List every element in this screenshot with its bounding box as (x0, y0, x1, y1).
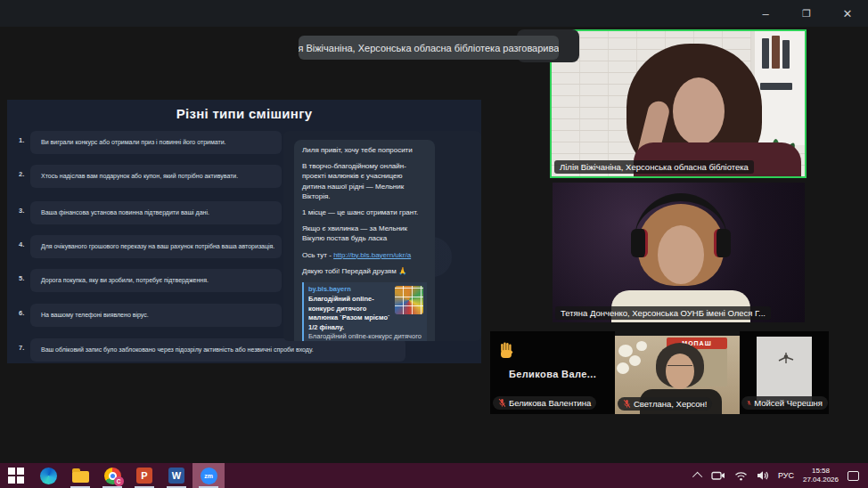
participant-face (666, 354, 694, 389)
link-preview-thumbnail (395, 286, 423, 314)
webcam-tray-icon[interactable] (711, 470, 725, 481)
video-tile-svitlana[interactable]: МОПАШ Светлана, Херсон! (615, 336, 740, 414)
flowers (636, 341, 647, 351)
item-text: Для очікуваного грошового переказу на ва… (30, 235, 282, 258)
participant-name-label: Беликова Валентина (493, 396, 596, 410)
chat-line: В творчо-благодійному онлайн-проекті мал… (302, 161, 427, 201)
chat-message-bubble: Лиля привіт, хочу тебе попросити В творч… (294, 140, 435, 341)
windows-taskbar: C P W zm РУС 15:58 27.04.2026 (0, 463, 868, 488)
word-icon: W (168, 468, 184, 484)
zoom-app-window: – ❐ ✕ Різні типи смішингу 1. Ви виграли … (0, 0, 868, 488)
headphone-earcup (631, 229, 648, 257)
close-button[interactable]: ✕ (827, 0, 868, 27)
participant-video (757, 337, 812, 403)
video-tile-lilia[interactable]: Лілія Віжічаніна, Херсонська обласна біб… (550, 29, 807, 178)
restore-button[interactable]: ❐ (786, 0, 827, 27)
tray-time: 15:58 (812, 467, 830, 475)
taskbar-explorer[interactable] (64, 463, 96, 488)
hidden-icons-chevron-icon[interactable] (692, 472, 702, 482)
flowers (618, 345, 633, 357)
clock[interactable]: 15:58 27.04.2026 (803, 467, 839, 484)
windows-logo-icon (8, 468, 24, 484)
participant-name-label: Светлана, Херсон! (618, 397, 712, 411)
participant-name-label: Лілія Віжічаніна, Херсонська обласна біб… (554, 160, 754, 174)
participant-face (658, 225, 704, 284)
edge-icon (40, 468, 57, 484)
participant-name-label: Тетяна Донченко, Херсонська ОУНБ імені О… (555, 306, 771, 320)
action-center-icon[interactable] (848, 471, 859, 481)
wifi-icon[interactable] (734, 471, 748, 481)
taskbar-zoom-active[interactable]: zm (192, 463, 225, 488)
taskbar-powerpoint[interactable]: P (128, 463, 160, 488)
flowers (617, 362, 629, 374)
video-tile-moisei[interactable]: Мойсей Черешня (740, 331, 829, 414)
muted-mic-icon (498, 398, 506, 408)
chat-line: Дякую тобі! Передай друзям 🙏 (302, 266, 427, 276)
start-button[interactable] (0, 463, 32, 488)
video-tile-tetiana[interactable]: Тетяна Донченко, Херсонська ОУНБ імені О… (553, 183, 805, 322)
item-text: Ваш обліковий запис було заблоковано чер… (30, 338, 405, 362)
speaker-icon[interactable] (757, 470, 769, 481)
participant-face (673, 77, 725, 145)
chrome-icon: C (104, 468, 121, 484)
active-speaker-banner[interactable]: Лілія Віжічаніна, Херсонська обласна біб… (299, 36, 559, 60)
window-titlebar: – ❐ ✕ (0, 0, 868, 27)
chat-line: Якщо є хвилинка — за Мельник Вікулю пост… (302, 224, 427, 243)
system-tray: РУС 15:58 27.04.2026 (695, 467, 868, 484)
chat-line-with-link: Ось тут - http://by.bls.bayern/ukr/a (302, 250, 427, 260)
item-text: Ви виграли конкурс або отримали приз і п… (30, 131, 282, 154)
taskbar-word[interactable]: W (160, 463, 192, 488)
taskbar-edge[interactable] (32, 463, 64, 488)
item-text: На вашому телефоні виявлено вірус. (30, 304, 282, 327)
chat-hyperlink[interactable]: http://by.bls.bayern/ukr/a (333, 251, 411, 259)
chrome-profile-badge: C (114, 476, 124, 486)
raised-hand-icon (498, 342, 514, 360)
muted-mic-icon (747, 398, 751, 408)
zoom-icon: zm (201, 468, 217, 484)
link-preview-card[interactable]: by.bls.bayern Благодійний online-конкурс… (302, 282, 427, 341)
item-text: Ваша фінансова установа повинна підтверд… (30, 201, 282, 224)
link-preview-description: Благодійний online-конкурс дитячого малю… (308, 332, 423, 341)
glasses (667, 365, 692, 370)
participant-display-name: Беликова Вале... (490, 369, 615, 379)
language-indicator[interactable]: РУС (778, 471, 794, 480)
twig-decoration (773, 349, 799, 376)
item-text: Дорога покупка, яку ви зробили, потребує… (30, 269, 282, 292)
folder-icon (72, 471, 89, 483)
powerpoint-icon: P (136, 468, 152, 484)
chat-line: Лиля привіт, хочу тебе попросити (302, 145, 427, 155)
meeting-area: Різні типи смішингу 1. Ви виграли конкур… (0, 27, 868, 463)
muted-mic-icon (623, 399, 631, 409)
item-text: Хтось надіслав вам подарунок або купон, … (30, 165, 282, 188)
video-tile-belikova[interactable]: Беликова Вале... Беликова Валентина (490, 331, 615, 414)
telegram-chat-screenshot: Лиля привіт, хочу тебе попросити В творч… (283, 131, 481, 341)
minimize-button[interactable]: – (745, 0, 786, 27)
slide-title: Різні типи смішингу (7, 106, 481, 121)
headphone-earcup (714, 229, 731, 257)
flowers (629, 355, 641, 366)
tray-date: 27.04.2026 (803, 476, 839, 484)
chat-line: 1 місце — це шанс отримати грант. (302, 207, 427, 217)
participant-name-label: Мойсей Черешня (741, 396, 828, 410)
slide-list-item: 7. Ваш обліковий запис було заблоковано … (7, 338, 481, 362)
taskbar-chrome[interactable]: C (96, 463, 128, 488)
